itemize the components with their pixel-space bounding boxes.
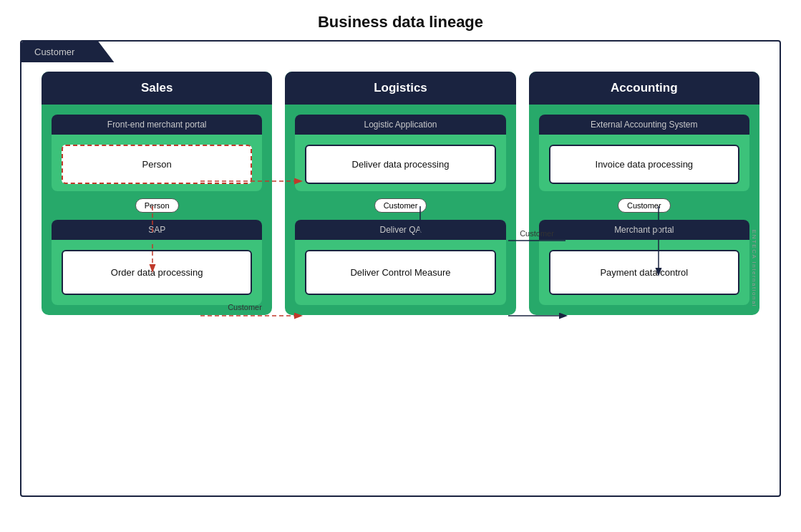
- sales-column: Sales Front-end merchant portal Person P…: [42, 72, 272, 315]
- columns-area: Sales Front-end merchant portal Person P…: [21, 42, 780, 495]
- ext-accounting-header: External Accounting System: [539, 115, 749, 135]
- customer-badge-accounting-wrap: Customer: [539, 198, 749, 213]
- invoice-process: Invoice data processing: [549, 145, 739, 184]
- sap-header: SAP: [52, 220, 262, 240]
- deliver-control-process: Deliver Control Measure: [305, 250, 495, 295]
- payment-control-process: Payment data control: [549, 250, 739, 295]
- deliver-qa-subsystem: Deliver QA Deliver Control Measure: [295, 220, 505, 305]
- accounting-column: Accounting External Accounting System In…: [529, 72, 759, 315]
- page-title: Business data lineage: [0, 0, 801, 40]
- customer-badge-accounting: Customer: [618, 198, 671, 213]
- customer-badge-logistics: Customer: [374, 198, 427, 213]
- accounting-header: Accounting: [529, 72, 759, 105]
- watermark: ENTECA International: [750, 230, 757, 307]
- person-badge: Person: [135, 198, 179, 213]
- logistics-column: Logistics Logistic Application Deliver d…: [285, 72, 515, 315]
- customer-tab: Customer: [21, 42, 114, 62]
- logistic-app-header: Logistic Application: [295, 115, 505, 135]
- ext-accounting-subsystem: External Accounting System Invoice data …: [539, 115, 749, 191]
- deliver-qa-header: Deliver QA: [295, 220, 505, 240]
- frontend-subsystem: Front-end merchant portal Person: [52, 115, 262, 191]
- logistics-header: Logistics: [285, 72, 515, 105]
- outer-container: Customer Sales Front-end merchant portal…: [20, 40, 781, 497]
- sap-subsystem: SAP Order data processing: [52, 220, 262, 305]
- merchant-portal-header: Merchant portal: [539, 220, 749, 240]
- sales-header: Sales: [42, 72, 272, 105]
- order-process: Order data processing: [62, 250, 252, 295]
- page-wrapper: Business data lineage Customer Sales Fro…: [0, 0, 801, 532]
- frontend-header: Front-end merchant portal: [52, 115, 262, 135]
- logistic-app-subsystem: Logistic Application Deliver data proces…: [295, 115, 505, 191]
- customer-badge-logistics-wrap: Customer: [295, 198, 505, 213]
- deliver-data-process: Deliver data processing: [305, 145, 495, 184]
- person-badge-wrap: Person: [52, 198, 262, 213]
- person-process: Person: [62, 145, 252, 184]
- merchant-portal-subsystem: Merchant portal Payment data control: [539, 220, 749, 305]
